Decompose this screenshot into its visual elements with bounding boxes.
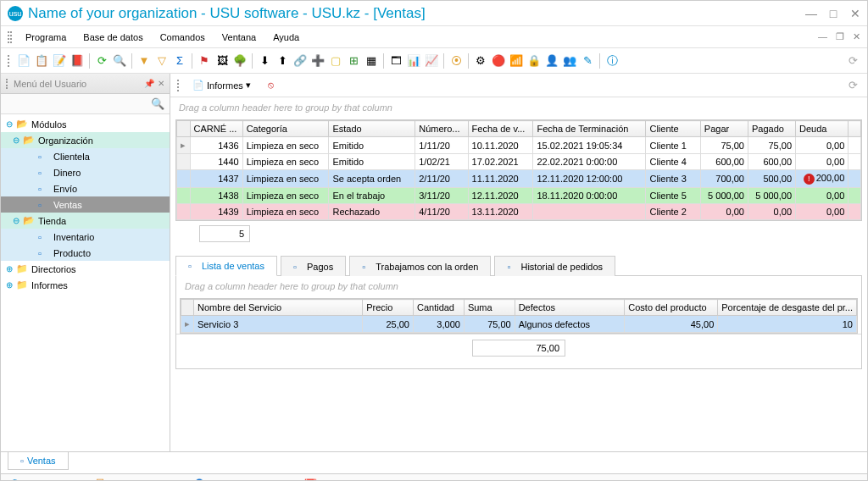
copy-icon[interactable]: 📋: [34, 53, 49, 69]
filter2-icon[interactable]: ▽: [154, 53, 170, 69]
sigma-icon[interactable]: Σ: [172, 53, 187, 69]
window-icon[interactable]: 🗔: [388, 53, 403, 69]
group-hint[interactable]: Drag a column header here to group by th…: [176, 276, 861, 298]
excel-icon[interactable]: ⊞: [346, 53, 361, 69]
table-row[interactable]: 1437Limpieza en secoSe acepta orden2/11/…: [177, 170, 861, 188]
refresh-icon[interactable]: ⟳: [94, 53, 109, 69]
new-icon[interactable]: 📄: [16, 53, 31, 69]
tree-producto[interactable]: ▫Producto: [1, 245, 170, 261]
flag-icon[interactable]: ⚑: [197, 53, 212, 69]
menu-basedatos[interactable]: Base de datos: [76, 30, 149, 44]
add-icon[interactable]: ➕: [310, 53, 326, 69]
main-grid[interactable]: CARNÉ ... Categoría Estado Número... Fec…: [175, 119, 862, 221]
col-pagado[interactable]: Pagado: [748, 121, 795, 137]
tab-pagos[interactable]: ▫Pagos: [281, 256, 346, 276]
tree-informes[interactable]: ⊕📁Informes: [1, 277, 170, 293]
col-deuda[interactable]: Deuda: [796, 121, 849, 137]
info-icon[interactable]: ⓘ: [604, 53, 620, 69]
minimize-button[interactable]: —: [806, 8, 816, 19]
col-categoria[interactable]: Categoría: [242, 121, 329, 137]
mdi-close-icon[interactable]: ✕: [853, 31, 860, 42]
sub-right-icon[interactable]: ⟳: [845, 78, 860, 93]
dcol-precio[interactable]: Precio: [363, 300, 414, 316]
sidebar-header: Menú del Usuario 📌 ✕: [1, 74, 170, 94]
dcol-suma[interactable]: Suma: [464, 300, 515, 316]
search-icon[interactable]: 🔍: [112, 53, 127, 69]
grid-icon[interactable]: ▦: [364, 53, 379, 69]
filter-icon[interactable]: ▼: [136, 53, 152, 69]
close-button[interactable]: ✕: [850, 8, 860, 19]
lock-icon[interactable]: 🔒: [526, 53, 542, 69]
table-row[interactable]: 1438Limpieza en secoEn el trabajo3/11/20…: [177, 188, 861, 204]
users-icon[interactable]: 👥: [562, 53, 577, 69]
note-icon[interactable]: ▢: [328, 53, 343, 69]
col-estado[interactable]: Estado: [329, 121, 415, 137]
group-hint[interactable]: Drag a column header here to group by th…: [170, 97, 867, 119]
pin-icon[interactable]: 📌: [144, 79, 154, 88]
tree-organizacion[interactable]: ⊖📂Organización: [1, 132, 170, 148]
search-icon[interactable]: 🔍: [151, 97, 164, 110]
tree-inventario[interactable]: ▫Inventario: [1, 229, 170, 245]
table-row[interactable]: 1439Limpieza en secoRechazado4/11/2013.1…: [177, 204, 861, 220]
tree-label: Ventas: [53, 200, 82, 210]
col-numero[interactable]: Número...: [415, 121, 468, 137]
tree-modulos[interactable]: ⊖📂Módulos: [1, 116, 170, 132]
menu-programa[interactable]: Programa: [19, 30, 73, 44]
mdi-minimize-icon[interactable]: —: [818, 31, 827, 42]
statusbar: ⓘ7.0.9053.10 🗄localhost (utf8) 👤NIKOLAY …: [1, 473, 867, 481]
menu-ayuda[interactable]: Ayuda: [266, 30, 306, 44]
table-row[interactable]: 1440Limpieza en secoEmitido1/02/2117.02.…: [177, 154, 861, 170]
col-cliente[interactable]: Cliente: [646, 121, 700, 137]
dcol-pct[interactable]: Porcentaje de desgaste del pr...: [718, 300, 857, 316]
tree-dinero[interactable]: ▫Dinero: [1, 164, 170, 180]
info-icon: ⓘ: [9, 478, 20, 482]
wand-icon[interactable]: ✎: [580, 53, 595, 69]
pin-icon[interactable]: ⦿: [448, 53, 464, 69]
detail-grid[interactable]: Nombre del Servicio Precio Cantidad Suma…: [180, 298, 858, 334]
tree-envio[interactable]: ▫Envío: [1, 180, 170, 196]
tree-icon[interactable]: 🌳: [232, 53, 248, 69]
mdi-restore-icon[interactable]: ❐: [836, 31, 844, 42]
dcol-cant[interactable]: Cantidad: [413, 300, 464, 316]
dcol-costo[interactable]: Costo del producto: [625, 300, 718, 316]
menu-ventana[interactable]: Ventana: [215, 30, 263, 44]
stats-icon[interactable]: 📈: [424, 53, 439, 69]
tab-historial[interactable]: ▫Historial de pedidos: [494, 256, 615, 276]
color-icon[interactable]: 🔴: [491, 53, 506, 69]
dcol-nombre[interactable]: Nombre del Servicio: [194, 300, 363, 316]
col-fechat[interactable]: Fecha de Terminación: [533, 121, 646, 137]
menu-comandos[interactable]: Comandos: [153, 30, 212, 44]
gear-icon[interactable]: ⚙: [473, 53, 488, 69]
table-row[interactable]: ▸1436Limpieza en secoEmitido1/11/2010.11…: [177, 137, 861, 154]
dcol-def[interactable]: Defectos: [515, 300, 625, 316]
stop-button[interactable]: ⦸: [262, 77, 280, 93]
link-icon[interactable]: 🔗: [292, 53, 308, 69]
tree-clientela[interactable]: ▫Clientela: [1, 148, 170, 164]
tab-trabajamos[interactable]: ▫Trabajamos con la orden: [349, 256, 491, 276]
maximize-button[interactable]: □: [828, 8, 838, 19]
sidebar-close-icon[interactable]: ✕: [158, 79, 164, 88]
col-id[interactable]: CARNÉ ...: [190, 121, 242, 137]
col-pagar[interactable]: Pagar: [700, 121, 748, 137]
table-row[interactable]: ▸Servicio 325,003,00075,00Algunos defect…: [181, 316, 857, 333]
chevron-down-icon: ▾: [246, 80, 251, 91]
bottom-tab-ventas[interactable]: ▫Ventas: [8, 452, 69, 470]
right-action-icon[interactable]: ⟳: [845, 53, 860, 69]
informes-button[interactable]: 📄Informes▾: [186, 77, 257, 94]
edit-icon[interactable]: 📝: [52, 53, 67, 69]
chart-icon[interactable]: 📊: [406, 53, 421, 69]
user-icon[interactable]: 👤: [544, 53, 559, 69]
detail-tabs: ▫Lista de ventas ▫Pagos ▫Trabajamos con …: [175, 255, 862, 276]
export-icon[interactable]: ⬆: [275, 53, 290, 69]
delete-icon[interactable]: 📕: [70, 53, 85, 69]
col-fechav[interactable]: Fecha de v...: [468, 121, 533, 137]
tree-directorios[interactable]: ⊕📁Directorios: [1, 261, 170, 277]
doc-icon: ▫: [20, 456, 24, 466]
tree-label: Inventario: [53, 232, 94, 242]
tab-lista[interactable]: ▫Lista de ventas: [175, 256, 277, 276]
import-icon[interactable]: ⬇: [257, 53, 272, 69]
tree-ventas[interactable]: ▫Ventas: [1, 196, 170, 213]
rss-icon[interactable]: 📶: [509, 53, 524, 69]
image-icon[interactable]: 🖼: [214, 53, 230, 69]
tree-tienda[interactable]: ⊖📂Tienda: [1, 213, 170, 229]
